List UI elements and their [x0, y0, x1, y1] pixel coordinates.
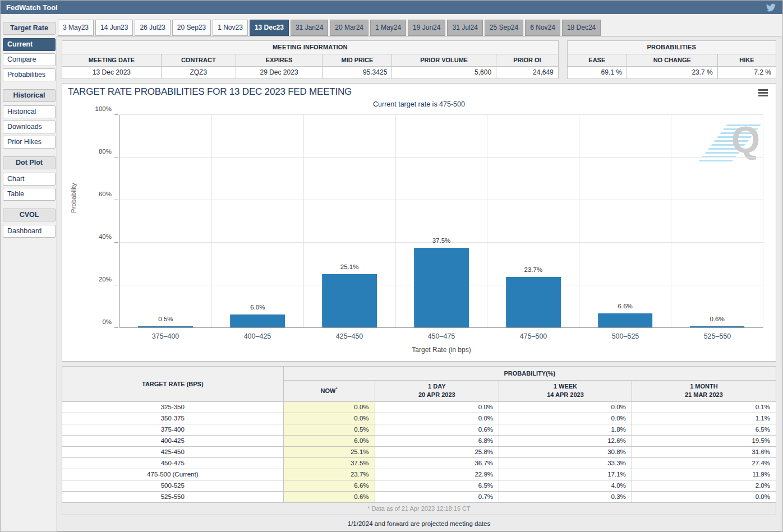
- rate-cell: 350-375: [62, 413, 284, 424]
- now-cell: 0.0%: [283, 413, 375, 424]
- bar-475–500: [506, 277, 561, 327]
- y-tick-0%: 0%: [102, 318, 112, 325]
- tab-31-jan24[interactable]: 31 Jan24: [291, 20, 328, 36]
- top-bar: FedWatch Tool: [1, 1, 782, 14]
- week-cell: 12.6%: [499, 435, 632, 446]
- probability-group-header: PROBABILITY(%): [283, 367, 776, 381]
- x-label-500–525: 500–525: [579, 332, 671, 340]
- probabilities-col-2: HIKE: [717, 54, 776, 67]
- tab-1-nov23[interactable]: 1 Nov23: [213, 20, 248, 36]
- x-axis-labels: 375–400400–425425–450450–475475–500500–5…: [119, 332, 763, 340]
- chart-menu-icon[interactable]: [758, 89, 768, 98]
- tab-3-may23[interactable]: 3 May23: [58, 20, 94, 36]
- twitter-icon[interactable]: [766, 3, 776, 12]
- meeting-info-col-3: MID PRICE: [323, 54, 392, 67]
- y-tick-60%: 60%: [99, 191, 112, 197]
- chart-cell-500–525: 6.6%: [579, 115, 671, 327]
- tab-26-jul23[interactable]: 26 Jul23: [135, 20, 170, 36]
- meeting-info-col-4: PRIOR VOLUME: [392, 54, 496, 67]
- projected-dates-note: 1/1/2024 and forward are projected meeti…: [62, 520, 776, 527]
- month-cell: 27.4%: [632, 457, 776, 469]
- month-cell: 0.0%: [632, 491, 776, 502]
- month-cell: 0.1%: [632, 401, 776, 413]
- y-tick-80%: 80%: [99, 148, 112, 155]
- week-cell: 30.8%: [499, 446, 632, 457]
- table-row-375-400: 375-4000.5%0.6%1.8%6.5%: [62, 424, 776, 435]
- tab-19-jun24[interactable]: 19 Jun24: [408, 20, 445, 36]
- y-tick-mark: [114, 114, 118, 115]
- rate-cell: 400-425: [62, 435, 284, 446]
- tab-25-sep24[interactable]: 25 Sep24: [485, 20, 523, 36]
- x-label-525–550: 525–550: [671, 332, 763, 340]
- probabilities-value-1: 23.7 %: [627, 67, 717, 79]
- group-header-row: TARGET RATE (BPS) PROBABILITY(%): [62, 367, 776, 381]
- plot-area: 0.5%6.0%25.1%37.5%23.7%6.6%0.6%: [119, 115, 763, 328]
- day-cell: 25.8%: [375, 446, 499, 457]
- meeting-info-value-3: 95.3425: [323, 67, 392, 79]
- y-tick-40%: 40%: [99, 233, 112, 240]
- table-row-500-525: 500-5256.6%6.5%4.0%2.0%: [62, 480, 776, 491]
- tab-20-sep23[interactable]: 20 Sep23: [172, 20, 211, 36]
- day-cell: 6.5%: [375, 480, 499, 491]
- sidebar-item-prior-hikes[interactable]: Prior Hikes: [3, 136, 56, 149]
- chart-cell-400–425: 6.0%: [212, 115, 304, 327]
- content-panel: MEETING INFORMATION MEETING DATECONTRACT…: [57, 36, 781, 531]
- probabilities-title: PROBABILITIES: [567, 41, 776, 54]
- sidebar-item-probabilities[interactable]: Probabilities: [3, 68, 56, 81]
- meeting-date-tabs: 3 May2314 Jun2326 Jul2320 Sep231 Nov2313…: [58, 20, 781, 36]
- tab-6-nov24[interactable]: 6 Nov24: [525, 20, 560, 36]
- bar-value-label: 6.6%: [618, 303, 633, 309]
- day-cell: 22.9%: [375, 469, 499, 480]
- y-axis-ticks: 0%20%40%60%80%100%: [62, 115, 118, 328]
- day-cell: 0.6%: [375, 424, 499, 435]
- tab-18-dec24[interactable]: 18 Dec24: [562, 20, 601, 36]
- chart-cell-375–400: 0.5%: [120, 115, 212, 327]
- info-row: MEETING INFORMATION MEETING DATECONTRACT…: [62, 40, 776, 79]
- y-tick-20%: 20%: [99, 276, 112, 283]
- sidebar-item-table[interactable]: Table: [3, 188, 56, 201]
- y-tick-100%: 100%: [95, 105, 112, 112]
- table-row-400-425: 400-4256.0%6.8%12.6%19.5%: [62, 435, 776, 446]
- week-cell: 33.3%: [499, 457, 632, 469]
- probabilities-value-0: 69.1 %: [567, 67, 627, 79]
- table-row-350-375: 350-3750.0%0.0%0.0%1.1%: [62, 413, 776, 424]
- rate-cell: 500-525: [62, 480, 284, 491]
- sidebar-item-downloads[interactable]: Downloads: [3, 121, 56, 133]
- tab-13-dec23[interactable]: 13 Dec23: [250, 20, 289, 36]
- chart-subtitle: Current target rate is 475-500: [62, 100, 776, 108]
- sidebar-item-dashboard[interactable]: Dashboard: [3, 225, 56, 238]
- sidebar-item-chart[interactable]: Chart: [3, 173, 56, 186]
- week-cell: 0.0%: [499, 413, 632, 424]
- target-rate-chart: TARGET RATE PROBABILITIES FOR 13 DEC 202…: [62, 83, 776, 362]
- bar-value-label: 37.5%: [432, 237, 451, 244]
- sub-header-1-month: 1 MONTH21 MAR 2023: [632, 381, 776, 402]
- bar-450–475: [414, 248, 469, 328]
- probabilities-header-row: EASENO CHANGEHIKE: [567, 54, 776, 67]
- tab-31-jul24[interactable]: 31 Jul24: [447, 20, 482, 36]
- meeting-info-value-1: ZQZ3: [161, 67, 236, 79]
- y-tick-mark: [114, 285, 118, 285]
- y-tick-mark: [114, 327, 118, 328]
- sidebar-item-historical[interactable]: Historical: [3, 105, 56, 118]
- x-label-400–425: 400–425: [211, 332, 303, 340]
- bar-425–450: [322, 274, 377, 327]
- sub-header-1-week: 1 WEEK14 APR 2023: [499, 381, 632, 402]
- tab-14-jun23[interactable]: 14 Jun23: [95, 20, 133, 36]
- bar-value-label: 6.0%: [250, 304, 265, 311]
- tab-1-may24[interactable]: 1 May24: [370, 20, 406, 36]
- rate-cell: 375-400: [62, 424, 284, 435]
- bar-525–550: [690, 326, 745, 327]
- footnote-row: * Data as of 21 Apr 2023 12:18:15 CT: [62, 502, 776, 515]
- sidebar-section-cvol: CVOL: [3, 209, 56, 221]
- sidebar-item-compare[interactable]: Compare: [3, 53, 56, 66]
- table-row-475-500Current: 475-500 (Current)23.7%22.9%17.1%11.9%: [62, 469, 776, 480]
- bar-value-label: 25.1%: [340, 263, 359, 270]
- sidebar-item-current[interactable]: Current: [3, 38, 56, 51]
- probabilities-col-1: NO CHANGE: [627, 54, 717, 67]
- rate-cell: 475-500 (Current): [62, 469, 284, 480]
- y-tick-mark: [114, 200, 118, 200]
- table-row-525-550: 525-5500.6%0.7%0.3%0.0%: [62, 491, 776, 502]
- now-cell: 23.7%: [283, 469, 375, 480]
- sidebar-section-target-rate: Target Rate: [3, 22, 56, 35]
- tab-20-mar24[interactable]: 20 Mar24: [330, 20, 369, 36]
